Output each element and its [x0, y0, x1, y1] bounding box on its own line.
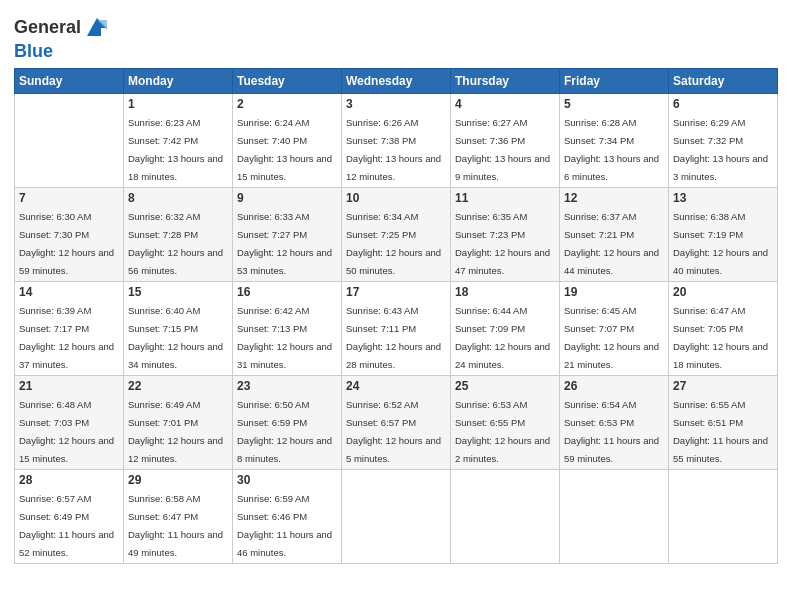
day-cell: 10Sunrise: 6:34 AMSunset: 7:25 PMDayligh… [342, 187, 451, 281]
day-number: 4 [455, 97, 555, 111]
col-header-thursday: Thursday [451, 68, 560, 93]
day-number: 25 [455, 379, 555, 393]
day-number: 18 [455, 285, 555, 299]
day-info: Sunrise: 6:43 AMSunset: 7:11 PMDaylight:… [346, 305, 441, 370]
day-cell [342, 469, 451, 563]
day-number: 16 [237, 285, 337, 299]
day-info: Sunrise: 6:54 AMSunset: 6:53 PMDaylight:… [564, 399, 659, 464]
day-cell [669, 469, 778, 563]
day-number: 22 [128, 379, 228, 393]
day-info: Sunrise: 6:38 AMSunset: 7:19 PMDaylight:… [673, 211, 768, 276]
week-row-3: 14Sunrise: 6:39 AMSunset: 7:17 PMDayligh… [15, 281, 778, 375]
day-cell: 1Sunrise: 6:23 AMSunset: 7:42 PMDaylight… [124, 93, 233, 187]
col-header-wednesday: Wednesday [342, 68, 451, 93]
day-number: 21 [19, 379, 119, 393]
day-info: Sunrise: 6:23 AMSunset: 7:42 PMDaylight:… [128, 117, 223, 182]
logo-icon [83, 14, 111, 42]
day-number: 5 [564, 97, 664, 111]
day-cell: 15Sunrise: 6:40 AMSunset: 7:15 PMDayligh… [124, 281, 233, 375]
day-number: 1 [128, 97, 228, 111]
day-info: Sunrise: 6:28 AMSunset: 7:34 PMDaylight:… [564, 117, 659, 182]
day-info: Sunrise: 6:29 AMSunset: 7:32 PMDaylight:… [673, 117, 768, 182]
day-number: 10 [346, 191, 446, 205]
day-info: Sunrise: 6:39 AMSunset: 7:17 PMDaylight:… [19, 305, 114, 370]
day-cell: 29Sunrise: 6:58 AMSunset: 6:47 PMDayligh… [124, 469, 233, 563]
day-number: 29 [128, 473, 228, 487]
day-info: Sunrise: 6:55 AMSunset: 6:51 PMDaylight:… [673, 399, 768, 464]
day-cell: 18Sunrise: 6:44 AMSunset: 7:09 PMDayligh… [451, 281, 560, 375]
day-number: 13 [673, 191, 773, 205]
day-cell [15, 93, 124, 187]
day-cell: 23Sunrise: 6:50 AMSunset: 6:59 PMDayligh… [233, 375, 342, 469]
day-cell: 2Sunrise: 6:24 AMSunset: 7:40 PMDaylight… [233, 93, 342, 187]
day-number: 30 [237, 473, 337, 487]
day-info: Sunrise: 6:37 AMSunset: 7:21 PMDaylight:… [564, 211, 659, 276]
day-number: 19 [564, 285, 664, 299]
day-cell: 16Sunrise: 6:42 AMSunset: 7:13 PMDayligh… [233, 281, 342, 375]
logo-text-blue: Blue [14, 41, 53, 61]
day-info: Sunrise: 6:58 AMSunset: 6:47 PMDaylight:… [128, 493, 223, 558]
day-cell: 21Sunrise: 6:48 AMSunset: 7:03 PMDayligh… [15, 375, 124, 469]
day-number: 27 [673, 379, 773, 393]
day-cell: 30Sunrise: 6:59 AMSunset: 6:46 PMDayligh… [233, 469, 342, 563]
day-number: 17 [346, 285, 446, 299]
day-number: 11 [455, 191, 555, 205]
day-info: Sunrise: 6:40 AMSunset: 7:15 PMDaylight:… [128, 305, 223, 370]
day-info: Sunrise: 6:32 AMSunset: 7:28 PMDaylight:… [128, 211, 223, 276]
calendar-header-row: SundayMondayTuesdayWednesdayThursdayFrid… [15, 68, 778, 93]
week-row-2: 7Sunrise: 6:30 AMSunset: 7:30 PMDaylight… [15, 187, 778, 281]
col-header-monday: Monday [124, 68, 233, 93]
day-info: Sunrise: 6:27 AMSunset: 7:36 PMDaylight:… [455, 117, 550, 182]
calendar-table: SundayMondayTuesdayWednesdayThursdayFrid… [14, 68, 778, 564]
day-number: 23 [237, 379, 337, 393]
day-cell: 24Sunrise: 6:52 AMSunset: 6:57 PMDayligh… [342, 375, 451, 469]
day-number: 3 [346, 97, 446, 111]
day-number: 15 [128, 285, 228, 299]
day-info: Sunrise: 6:48 AMSunset: 7:03 PMDaylight:… [19, 399, 114, 464]
week-row-1: 1Sunrise: 6:23 AMSunset: 7:42 PMDaylight… [15, 93, 778, 187]
day-info: Sunrise: 6:42 AMSunset: 7:13 PMDaylight:… [237, 305, 332, 370]
day-number: 14 [19, 285, 119, 299]
day-info: Sunrise: 6:47 AMSunset: 7:05 PMDaylight:… [673, 305, 768, 370]
col-header-tuesday: Tuesday [233, 68, 342, 93]
day-number: 28 [19, 473, 119, 487]
day-info: Sunrise: 6:50 AMSunset: 6:59 PMDaylight:… [237, 399, 332, 464]
day-number: 20 [673, 285, 773, 299]
day-info: Sunrise: 6:57 AMSunset: 6:49 PMDaylight:… [19, 493, 114, 558]
day-number: 6 [673, 97, 773, 111]
day-cell: 28Sunrise: 6:57 AMSunset: 6:49 PMDayligh… [15, 469, 124, 563]
page-header: General Blue [14, 10, 778, 62]
day-cell: 7Sunrise: 6:30 AMSunset: 7:30 PMDaylight… [15, 187, 124, 281]
col-header-friday: Friday [560, 68, 669, 93]
day-info: Sunrise: 6:34 AMSunset: 7:25 PMDaylight:… [346, 211, 441, 276]
day-info: Sunrise: 6:35 AMSunset: 7:23 PMDaylight:… [455, 211, 550, 276]
col-header-sunday: Sunday [15, 68, 124, 93]
week-row-5: 28Sunrise: 6:57 AMSunset: 6:49 PMDayligh… [15, 469, 778, 563]
week-row-4: 21Sunrise: 6:48 AMSunset: 7:03 PMDayligh… [15, 375, 778, 469]
day-info: Sunrise: 6:26 AMSunset: 7:38 PMDaylight:… [346, 117, 441, 182]
day-cell: 12Sunrise: 6:37 AMSunset: 7:21 PMDayligh… [560, 187, 669, 281]
day-cell: 4Sunrise: 6:27 AMSunset: 7:36 PMDaylight… [451, 93, 560, 187]
day-info: Sunrise: 6:49 AMSunset: 7:01 PMDaylight:… [128, 399, 223, 464]
day-cell [451, 469, 560, 563]
day-cell: 8Sunrise: 6:32 AMSunset: 7:28 PMDaylight… [124, 187, 233, 281]
day-number: 7 [19, 191, 119, 205]
day-cell: 17Sunrise: 6:43 AMSunset: 7:11 PMDayligh… [342, 281, 451, 375]
day-cell: 6Sunrise: 6:29 AMSunset: 7:32 PMDaylight… [669, 93, 778, 187]
day-info: Sunrise: 6:59 AMSunset: 6:46 PMDaylight:… [237, 493, 332, 558]
day-cell: 5Sunrise: 6:28 AMSunset: 7:34 PMDaylight… [560, 93, 669, 187]
day-info: Sunrise: 6:30 AMSunset: 7:30 PMDaylight:… [19, 211, 114, 276]
day-cell: 22Sunrise: 6:49 AMSunset: 7:01 PMDayligh… [124, 375, 233, 469]
day-info: Sunrise: 6:53 AMSunset: 6:55 PMDaylight:… [455, 399, 550, 464]
logo-text-general: General [14, 18, 81, 38]
day-number: 2 [237, 97, 337, 111]
day-info: Sunrise: 6:24 AMSunset: 7:40 PMDaylight:… [237, 117, 332, 182]
day-cell: 11Sunrise: 6:35 AMSunset: 7:23 PMDayligh… [451, 187, 560, 281]
day-number: 12 [564, 191, 664, 205]
day-cell: 20Sunrise: 6:47 AMSunset: 7:05 PMDayligh… [669, 281, 778, 375]
day-number: 9 [237, 191, 337, 205]
day-cell: 26Sunrise: 6:54 AMSunset: 6:53 PMDayligh… [560, 375, 669, 469]
day-info: Sunrise: 6:52 AMSunset: 6:57 PMDaylight:… [346, 399, 441, 464]
day-info: Sunrise: 6:33 AMSunset: 7:27 PMDaylight:… [237, 211, 332, 276]
day-number: 8 [128, 191, 228, 205]
